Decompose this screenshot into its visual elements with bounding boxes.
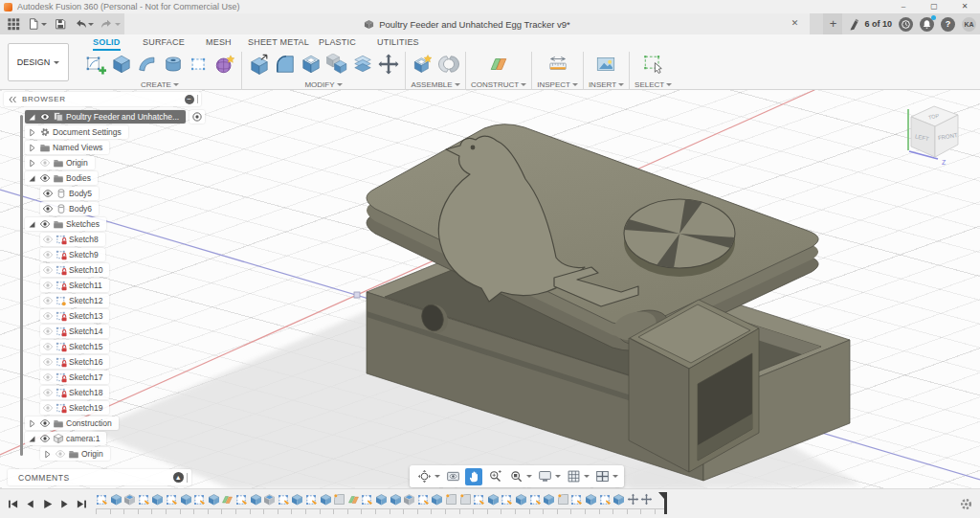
fillet-tool-button[interactable] <box>273 52 297 78</box>
tree-item[interactable]: Origin <box>40 447 110 461</box>
view-cube[interactable]: Z TOP LEFT FRONT <box>888 96 979 177</box>
timeline-feature-extrude[interactable] <box>110 493 122 506</box>
tree-item[interactable]: Sketch13 <box>40 309 109 323</box>
play-button[interactable] <box>40 497 55 510</box>
visibility-eye-icon[interactable] <box>39 157 51 169</box>
timeline-feature-extrude[interactable] <box>291 493 303 506</box>
timeline-feature-extrude[interactable] <box>543 493 555 506</box>
visibility-eye-icon[interactable] <box>42 387 54 398</box>
tree-item[interactable]: Sketch9 <box>40 248 105 261</box>
joint-tool-button[interactable] <box>436 52 460 78</box>
visibility-eye-icon[interactable] <box>42 341 54 352</box>
step-back-button[interactable] <box>23 497 37 510</box>
construction-plane-tool-button[interactable] <box>487 52 511 78</box>
group-label-select[interactable]: SELECT <box>635 80 672 89</box>
timeline-feature-fillet[interactable] <box>333 493 345 506</box>
tree-item[interactable]: Sketch8 <box>40 233 105 246</box>
activate-component-radio[interactable] <box>189 110 205 124</box>
expand-arrow-icon[interactable] <box>27 173 37 184</box>
timeline-feature-sketch[interactable] <box>166 493 178 506</box>
tab-sheet-metal[interactable]: SHEET METAL <box>248 37 309 49</box>
timeline-playhead[interactable] <box>664 492 667 514</box>
chevron-down-icon[interactable] <box>612 475 618 478</box>
visibility-eye-icon[interactable] <box>42 356 54 368</box>
expand-arrow-icon[interactable] <box>27 219 37 230</box>
collapse-arrow-icon[interactable] <box>27 127 37 138</box>
visibility-eye-icon[interactable] <box>42 234 54 245</box>
expand-arrow-icon[interactable] <box>27 434 37 444</box>
timeline-feature-extrude[interactable] <box>375 493 388 506</box>
timeline-feature-sketch[interactable] <box>570 493 583 506</box>
tab-surface[interactable]: SURFACE <box>143 37 185 49</box>
move-copy-tool-button[interactable] <box>376 52 400 78</box>
timeline-feature-sketch[interactable] <box>305 493 318 506</box>
visibility-eye-icon[interactable] <box>42 372 54 383</box>
grid-settings-button[interactable] <box>565 468 582 485</box>
settings-gear-icon[interactable] <box>959 497 973 511</box>
timeline-feature-extrude[interactable] <box>180 493 192 506</box>
collapse-arrow-icon[interactable] <box>42 449 53 460</box>
tree-item[interactable]: Bodies <box>25 171 98 185</box>
panel-drag-handle[interactable] <box>187 473 188 483</box>
chevron-down-icon[interactable] <box>434 475 440 478</box>
visibility-eye-icon[interactable] <box>39 111 51 123</box>
tree-item[interactable]: Sketch12 <box>40 294 109 307</box>
browser-scrollbar[interactable] <box>20 115 23 456</box>
tspline-box-tool-button[interactable] <box>187 52 211 78</box>
timeline-feature-construction-plane[interactable] <box>221 493 234 506</box>
revolve-tool-button[interactable] <box>161 52 185 78</box>
timeline-feature-extrude[interactable] <box>515 493 527 506</box>
tab-utilities[interactable]: UTILITIES <box>377 37 419 49</box>
timeline-feature-sketch[interactable] <box>235 493 248 506</box>
create-form-tool-button[interactable] <box>212 52 236 78</box>
timeline-feature-sketch[interactable] <box>361 493 373 506</box>
visibility-eye-icon[interactable] <box>42 402 54 414</box>
timeline-feature-move[interactable] <box>640 493 653 506</box>
avatar[interactable]: KA <box>962 17 976 32</box>
timeline-feature-sketch[interactable] <box>193 493 206 506</box>
timeline-feature-extrude[interactable] <box>208 493 220 506</box>
collapse-panel-icon[interactable] <box>8 95 17 104</box>
timeline-feature-extrude-cut[interactable] <box>123 493 136 506</box>
timeline-ruler[interactable] <box>96 508 664 514</box>
browser-options-icon[interactable]: − <box>185 95 194 104</box>
zoom-button[interactable] <box>486 468 503 485</box>
timeline-feature-sketch[interactable] <box>473 493 485 506</box>
timeline-feature-extrude[interactable] <box>250 493 262 506</box>
select-tool-button[interactable] <box>641 52 665 78</box>
orbit-button[interactable] <box>415 468 433 485</box>
timeline-feature-extrude[interactable] <box>390 493 402 506</box>
maximize-button[interactable]: ▢ <box>919 0 949 13</box>
tree-item[interactable]: Sketch19 <box>40 401 109 415</box>
history-clock-button[interactable] <box>899 17 913 32</box>
group-label-insert[interactable]: INSERT <box>589 80 624 89</box>
visibility-eye-icon[interactable] <box>42 310 54 322</box>
timeline-feature-extrude-cut[interactable] <box>263 493 276 506</box>
combine-tool-button[interactable] <box>324 52 348 78</box>
step-forward-button[interactable] <box>57 497 72 510</box>
extrude-tool-button[interactable] <box>109 52 133 78</box>
3d-viewport[interactable]: Z TOP LEFT FRONT BROWSER − Poultry Feede… <box>0 90 980 488</box>
collapse-arrow-icon[interactable] <box>27 418 37 429</box>
timeline-feature-sketch[interactable] <box>599 493 612 506</box>
pan-button[interactable] <box>465 468 482 485</box>
timeline-feature-sketch[interactable] <box>529 493 542 506</box>
skip-end-button[interactable] <box>75 497 89 510</box>
collapse-arrow-icon[interactable] <box>27 143 37 153</box>
tab-mesh[interactable]: MESH <box>206 37 232 49</box>
tree-item[interactable]: Construction <box>25 417 119 430</box>
fit-button[interactable] <box>507 468 524 485</box>
group-label-construct[interactable]: CONSTRUCT <box>471 80 526 89</box>
chevron-down-icon[interactable] <box>555 475 561 478</box>
timeline-feature-extrude[interactable] <box>487 493 500 506</box>
tree-item[interactable]: Body6 <box>40 202 99 215</box>
panel-drag-handle[interactable] <box>197 95 198 103</box>
visibility-eye-icon[interactable] <box>42 264 54 276</box>
tree-item[interactable]: Body5 <box>40 187 99 200</box>
tree-item[interactable]: Named Views <box>25 141 109 154</box>
tab-solid[interactable]: SOLID <box>93 37 121 51</box>
timeline-feature-fillet[interactable] <box>557 493 569 506</box>
timeline-feature-fillet[interactable] <box>459 493 472 506</box>
timeline-feature-sketch[interactable] <box>96 493 108 506</box>
save-button[interactable] <box>53 16 68 32</box>
